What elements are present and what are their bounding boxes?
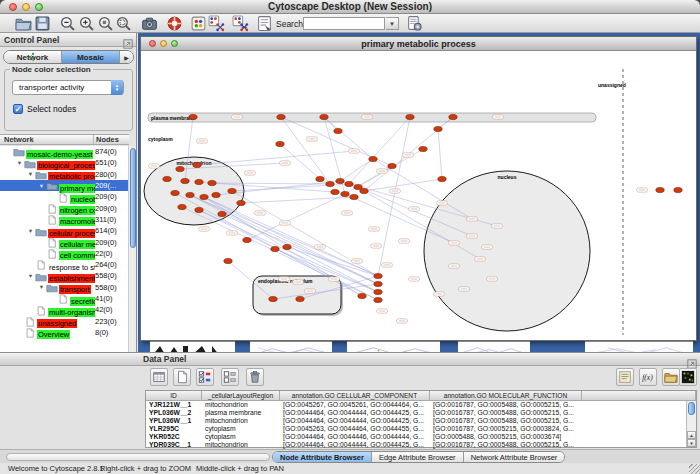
network-node[interactable]: [449, 114, 457, 119]
network-node[interactable]: [171, 190, 179, 195]
matrix-icon[interactable]: [679, 368, 697, 386]
network-node[interactable]: [189, 114, 197, 119]
edge-attributes-icon[interactable]: [232, 15, 249, 32]
search-input[interactable]: [303, 17, 385, 30]
expand-arrow-icon[interactable]: ▼: [26, 171, 35, 177]
search-dropdown-arrow[interactable]: ▼: [386, 17, 399, 30]
table-cell[interactable]: [GO:0045267, GO:0045261, GO:0044464, G..…: [280, 401, 430, 409]
network-node[interactable]: [434, 126, 442, 131]
tree-scrollbar[interactable]: [128, 146, 136, 352]
float-data-panel-icon[interactable]: [687, 355, 697, 365]
vizmapper-icon[interactable]: [190, 15, 207, 32]
table-cell[interactable]: [GO:0016787, GO:0005488, GO:0005215, G..…: [430, 401, 582, 409]
more-tabs-button[interactable]: ▶: [120, 51, 133, 63]
network-node[interactable]: [369, 156, 377, 161]
attribute-batch-icon[interactable]: [616, 368, 634, 386]
delete-attribute-icon[interactable]: [246, 368, 264, 386]
filter-icon[interactable]: [256, 15, 273, 32]
network-node[interactable]: [419, 146, 427, 151]
scroll-up-button[interactable]: ▲: [687, 431, 696, 439]
snapshot-icon[interactable]: [141, 15, 158, 32]
scroll-down-button[interactable]: ▼: [687, 439, 696, 447]
network-window-titlebar[interactable]: primary metabolic process: [141, 37, 696, 51]
network-node[interactable]: [176, 166, 184, 171]
help-icon[interactable]: [166, 15, 183, 32]
table-cell[interactable]: [GO:0044464, GO:0044444, GO:0044425, G..…: [280, 409, 430, 417]
table-cell[interactable]: YPL036W__1: [146, 417, 202, 425]
network-node[interactable]: [374, 297, 382, 302]
node-attributes-icon[interactable]: [208, 15, 225, 32]
table-cell[interactable]: cytoplasm: [202, 425, 280, 433]
table-cell[interactable]: mitochondrion: [202, 401, 280, 409]
network-node[interactable]: [438, 176, 446, 181]
network-node[interactable]: [334, 128, 342, 133]
network-node[interactable]: [406, 114, 414, 119]
save-icon[interactable]: [34, 15, 51, 32]
network-node[interactable]: [212, 192, 220, 197]
table-row[interactable]: YKR052Ccytoplasm[GO:0044464, GO:0044446,…: [146, 433, 696, 441]
network-node[interactable]: [326, 181, 334, 186]
table-cell[interactable]: [GO:0016787, GO:0005488, GO:0005215, G..…: [430, 441, 582, 449]
network-node[interactable]: [224, 258, 232, 263]
tab-network[interactable]: Network: [4, 51, 62, 63]
tree-row[interactable]: Overview8(0): [0, 327, 129, 338]
network-node[interactable]: [181, 178, 189, 183]
table-cell[interactable]: [GO:0005488, GO:0005215, GO:0003674]: [430, 433, 582, 441]
table-column-header[interactable]: annotation.GO MOLECULAR_FUNCTION: [430, 391, 582, 401]
network-node[interactable]: [271, 246, 279, 251]
network-node[interactable]: [341, 191, 349, 196]
zoom-in-icon[interactable]: [78, 15, 95, 32]
tab-edge-attribute-browser[interactable]: Edge Attribute Browser: [372, 452, 464, 462]
zoom-fit-icon[interactable]: [115, 15, 132, 32]
network-node[interactable]: [331, 189, 339, 194]
network-node[interactable]: [193, 162, 201, 167]
table-cell[interactable]: [GO:0016787, GO:0005488, GO:0005215, G..…: [430, 417, 582, 425]
search-config-icon[interactable]: [406, 15, 423, 32]
table-scrollbar[interactable]: ▲ ▼: [686, 401, 696, 447]
table-cell[interactable]: [GO:0045263, GO:0044464, GO:0044455, G..…: [280, 425, 430, 433]
float-panel-icon[interactable]: [123, 35, 133, 45]
table-cell[interactable]: YJR121W__1: [146, 401, 202, 409]
network-node[interactable]: [269, 296, 277, 301]
expand-arrow-icon[interactable]: ▼: [26, 228, 35, 234]
table-cell[interactable]: YKR052C: [146, 433, 202, 441]
tab-mosaic[interactable]: Mosaic: [62, 51, 120, 63]
table-scrollbar-thumb[interactable]: [688, 402, 695, 415]
resize-grip[interactable]: [689, 464, 700, 474]
table-cell[interactable]: mitochondrion: [202, 417, 280, 425]
network-node[interactable]: [163, 176, 171, 181]
table-row[interactable]: YPL036W__2plasma membrane[GO:0044464, GO…: [146, 409, 696, 417]
table-cell[interactable]: [GO:0016787, GO:0005488, GO:0005215, G..…: [430, 409, 582, 417]
network-node[interactable]: [218, 211, 226, 216]
table-cell[interactable]: YDR039C__1: [146, 441, 202, 449]
expand-arrow-icon[interactable]: ▼: [37, 183, 46, 189]
function-builder-icon[interactable]: f(x): [639, 368, 657, 386]
table-column-header[interactable]: ID: [146, 391, 202, 401]
table-cell[interactable]: YLR295C: [146, 425, 202, 433]
table-column-header[interactable]: _cellularLayoutRegion: [202, 391, 280, 401]
table-cell[interactable]: [GO:0016787, GO:0005215, GO:0003824, G..…: [430, 425, 582, 433]
tab-node-attribute-browser[interactable]: Node Attribute Browser: [273, 452, 372, 462]
table-cell[interactable]: [GO:0044464, GO:0044444, GO:0044425, G..…: [280, 441, 430, 449]
tree-scrollbar-thumb[interactable]: [130, 148, 136, 248]
network-node[interactable]: [388, 163, 396, 168]
table-cell[interactable]: YPL036W__2: [146, 409, 202, 417]
network-node[interactable]: [283, 244, 291, 249]
open-icon[interactable]: [15, 15, 32, 32]
network-node[interactable]: [195, 207, 203, 212]
select-all-icon[interactable]: [196, 368, 214, 386]
table-row[interactable]: YJR121W__1mitochondrion[GO:0045267, GO:0…: [146, 401, 696, 409]
expand-arrow-icon[interactable]: ▼: [15, 160, 24, 166]
zoom-out-icon[interactable]: [59, 15, 76, 32]
network-node[interactable]: [358, 293, 366, 298]
network-node[interactable]: [195, 179, 203, 184]
table-cell[interactable]: cytoplasm: [202, 433, 280, 441]
network-node[interactable]: [345, 181, 353, 186]
table-horizontal-scrollbar[interactable]: [6, 453, 270, 461]
network-node[interactable]: [674, 187, 682, 192]
expand-arrow-icon[interactable]: ▼: [26, 273, 35, 279]
network-node[interactable]: [228, 188, 236, 193]
network-node[interactable]: [277, 114, 285, 119]
table-cell[interactable]: plasma membrane: [202, 409, 280, 417]
table-column-header[interactable]: annotation.GO CELLULAR_COMPONENT: [280, 391, 430, 401]
